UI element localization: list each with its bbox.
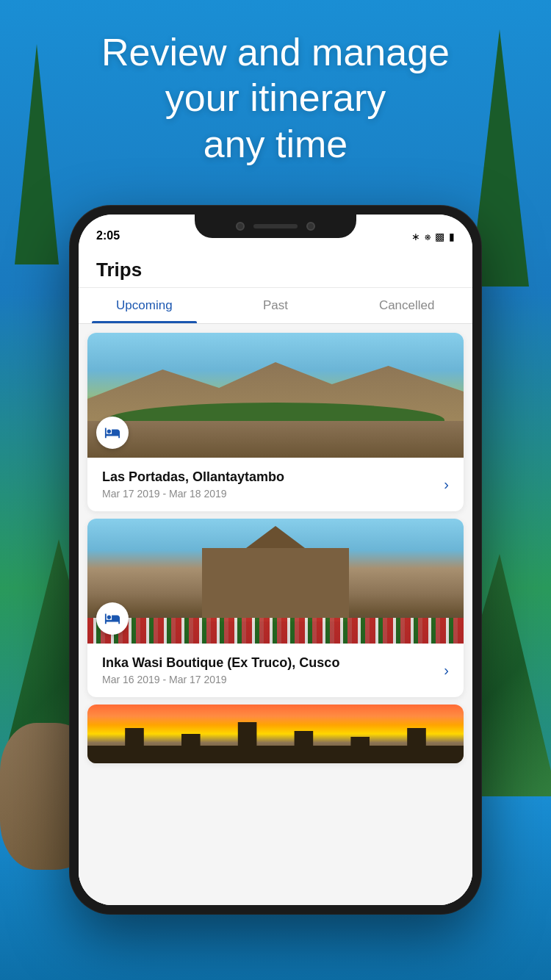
speaker: [253, 224, 298, 228]
hotel-icon-1: [104, 425, 120, 441]
trip-info-2: Inka Wasi Boutique (Ex Truco), Cusco Mar…: [87, 644, 464, 697]
trips-list: Las Portadas, Ollantaytambo Mar 17 2019 …: [79, 324, 472, 905]
trip-image-2: [87, 519, 464, 644]
phone-content: Trips Upcoming Past Cancelled: [79, 247, 472, 905]
status-icons: ∗ ⎈ ▩ ▮: [411, 231, 455, 242]
cusco-cathedral: [202, 548, 349, 621]
tab-cancelled[interactable]: Cancelled: [341, 288, 472, 323]
status-time: 2:05: [96, 229, 120, 242]
village: [87, 421, 464, 458]
app-header: Trips: [79, 247, 472, 288]
phone-wrapper: 2:05 ∗ ⎈ ▩ ▮ Trips Upcoming: [70, 206, 481, 914]
hotel-badge-2: [96, 602, 129, 635]
front-camera-2: [306, 222, 315, 231]
front-camera: [236, 222, 245, 231]
hero-section: Review and manage your itinerary any tim…: [0, 29, 551, 167]
scene-ruins: [87, 705, 464, 763]
bluetooth-icon: ∗: [411, 231, 420, 242]
trip-name-1: Las Portadas, Ollantaytambo: [102, 469, 444, 485]
trip-name-2: Inka Wasi Boutique (Ex Truco), Cusco: [102, 655, 444, 671]
phone-outer: 2:05 ∗ ⎈ ▩ ▮ Trips Upcoming: [70, 206, 481, 914]
trip-image-1: [87, 333, 464, 458]
phone-notch: [195, 215, 356, 238]
battery-icon: ▮: [449, 231, 455, 242]
trip-details-2: Inka Wasi Boutique (Ex Truco), Cusco Mar…: [102, 655, 444, 685]
trip-chevron-1: ›: [444, 476, 449, 493]
hero-title: Review and manage your itinerary any tim…: [0, 29, 551, 167]
hotel-badge-1: [96, 417, 129, 449]
phone-inner: 2:05 ∗ ⎈ ▩ ▮ Trips Upcoming: [79, 215, 472, 905]
scene-cusco: [87, 519, 464, 644]
signal-icon: ▩: [435, 231, 444, 242]
trip-chevron-2: ›: [444, 662, 449, 679]
trip-card-3[interactable]: [87, 705, 464, 763]
trip-card-2[interactable]: Inka Wasi Boutique (Ex Truco), Cusco Mar…: [87, 519, 464, 697]
hotel-icon-2: [104, 610, 120, 627]
trip-image-3: [87, 705, 464, 763]
tabs-container: Upcoming Past Cancelled: [79, 288, 472, 324]
trip-info-1: Las Portadas, Ollantaytambo Mar 17 2019 …: [87, 458, 464, 511]
wifi-icon: ⎈: [425, 231, 431, 242]
ruins-silhouette: [87, 705, 464, 763]
cusco-crowd: [87, 618, 464, 644]
tab-past[interactable]: Past: [210, 288, 342, 323]
trip-details-1: Las Portadas, Ollantaytambo Mar 17 2019 …: [102, 469, 444, 500]
trip-dates-2: Mar 16 2019 - Mar 17 2019: [102, 674, 444, 685]
tab-upcoming[interactable]: Upcoming: [79, 288, 210, 323]
trip-card-1[interactable]: Las Portadas, Ollantaytambo Mar 17 2019 …: [87, 333, 464, 511]
app-title: Trips: [96, 259, 455, 281]
trip-dates-1: Mar 17 2019 - Mar 18 2019: [102, 488, 444, 500]
scene-peru-valley: [87, 333, 464, 458]
